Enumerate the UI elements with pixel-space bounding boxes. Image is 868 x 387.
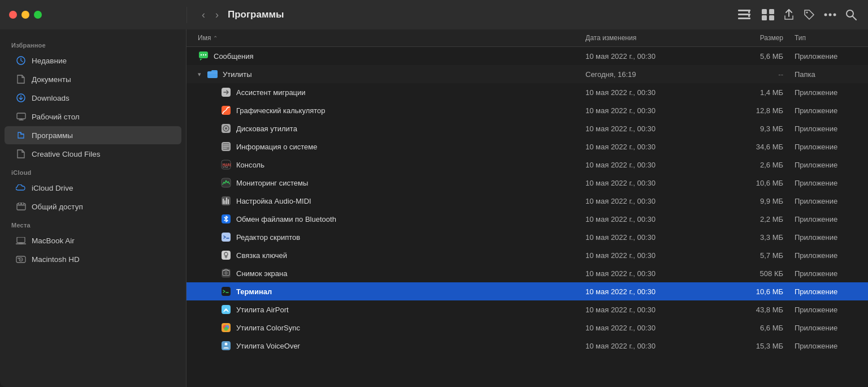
file-name-cell: Утилита ColorSync: [198, 322, 585, 333]
macbook-icon: [16, 235, 26, 246]
size-col-header[interactable]: Размер: [710, 34, 783, 42]
sidebar-item-macbook[interactable]: MacBook Air: [5, 231, 181, 250]
table-row[interactable]: Редактор скриптов 10 мая 2022 г., 00:30 …: [186, 228, 868, 246]
list-view-button[interactable]: [738, 10, 750, 20]
svg-rect-6: [769, 9, 774, 14]
svg-rect-46: [228, 199, 229, 204]
file-date: 10 мая 2022 г., 00:30: [585, 342, 710, 350]
file-icon-scripteditor: [220, 231, 232, 243]
creative-cloud-icon: [16, 149, 26, 159]
sidebar-item-icloud-drive[interactable]: iCloud Drive: [5, 179, 181, 197]
file-name-cell: MARC 9754 Консоль: [198, 159, 585, 170]
sidebar-item-label: Macintosh HD: [32, 255, 80, 264]
file-type: Приложение: [783, 52, 857, 61]
minimize-button[interactable]: [21, 11, 29, 19]
file-icon-screenshot: [220, 268, 232, 279]
search-button[interactable]: [845, 9, 857, 20]
file-size: 9,3 МБ: [710, 124, 783, 133]
file-type: Приложение: [783, 287, 857, 296]
date-col-header[interactable]: Дата изменения: [585, 34, 710, 42]
tag-button[interactable]: [804, 9, 815, 20]
file-icon-migration: [220, 87, 232, 98]
file-type: Приложение: [783, 269, 857, 278]
sort-arrow: ⌃: [213, 35, 218, 41]
svg-point-56: [225, 308, 227, 309]
file-size: 34,6 МБ: [710, 143, 783, 151]
svg-rect-2: [738, 18, 750, 19]
file-name: Ассистент миграции: [236, 88, 306, 97]
favorites-section-title: Избранное: [0, 36, 186, 51]
file-date: 10 мая 2022 г., 00:30: [585, 179, 710, 187]
table-row[interactable]: Обмен файлами по Bluetooth 10 мая 2022 г…: [186, 210, 868, 228]
table-row[interactable]: Мониторинг системы 10 мая 2022 г., 00:30…: [186, 174, 868, 192]
file-type: Приложение: [783, 233, 857, 242]
sidebar-item-recents[interactable]: Недавние: [5, 51, 181, 70]
table-row[interactable]: MARC 9754 Консоль 10 мая 2022 г., 00:30 …: [186, 156, 868, 174]
sidebar-item-creative-cloud[interactable]: Creative Cloud Files: [5, 145, 181, 163]
file-icon-bluetooth: [220, 213, 232, 225]
chevron-down-icon: ▾: [198, 71, 201, 78]
table-row[interactable]: ▾ Утилиты Сегодня, 16:19 -- Папка: [186, 65, 868, 83]
svg-text:9754: 9754: [223, 166, 228, 169]
svg-rect-61: [222, 341, 231, 350]
table-row[interactable]: Утилита VoiceOver 10 мая 2022 г., 00:30 …: [186, 337, 868, 355]
sidebar-item-programs[interactable]: Программы: [5, 126, 181, 144]
maximize-button[interactable]: [34, 11, 42, 19]
file-size: 5,6 МБ: [710, 52, 783, 61]
table-row[interactable]: Утилита ColorSync 10 мая 2022 г., 00:30 …: [186, 319, 868, 337]
forward-button[interactable]: ›: [212, 7, 222, 23]
file-name: Снимок экрана: [236, 269, 288, 278]
sidebar-item-downloads[interactable]: Downloads: [5, 89, 181, 107]
file-size: 2,2 МБ: [710, 215, 783, 223]
file-name: Утилита ColorSync: [236, 324, 300, 332]
type-col-header[interactable]: Тип: [783, 34, 857, 42]
file-name-cell: Связка ключей: [198, 250, 585, 261]
table-row[interactable]: Настройка Audio-MIDI 10 мая 2022 г., 00:…: [186, 192, 868, 210]
file-icon-keychain: [220, 250, 232, 261]
svg-rect-19: [21, 203, 24, 205]
more-button[interactable]: [824, 13, 836, 16]
table-row[interactable]: Дисковая утилита 10 мая 2022 г., 00:30 9…: [186, 119, 868, 137]
file-icon-diskutil: [220, 123, 232, 134]
close-button[interactable]: [9, 11, 17, 19]
file-size: 10,6 МБ: [710, 179, 783, 187]
file-name-cell: Обмен файлами по Bluetooth: [198, 213, 585, 225]
table-row[interactable]: Ассистент миграции 10 мая 2022 г., 00:30…: [186, 83, 868, 101]
table-row[interactable]: Связка ключей 10 мая 2022 г., 00:30 5,7 …: [186, 246, 868, 264]
sidebar-item-desktop[interactable]: Рабочий стол: [5, 108, 181, 126]
file-name-cell: Утилита VoiceOver: [198, 340, 585, 351]
file-date: 10 мая 2022 г., 00:30: [585, 269, 710, 278]
file-date: 10 мая 2022 г., 00:30: [585, 106, 710, 115]
back-button[interactable]: ‹: [198, 7, 209, 23]
table-row[interactable]: Графический калькулятор 10 мая 2022 г., …: [186, 101, 868, 119]
table-row[interactable]: Утилита AirPort 10 мая 2022 г., 00:30 43…: [186, 300, 868, 319]
file-type: Приложение: [783, 197, 857, 205]
sidebar-item-documents[interactable]: Документы: [5, 70, 181, 88]
title-area: ‹ › Программы: [198, 7, 284, 23]
file-name-cell: Утилита AirPort: [198, 304, 585, 315]
table-row[interactable]: Информация о системе 10 мая 2022 г., 00:…: [186, 137, 868, 156]
file-type: Приложение: [783, 306, 857, 314]
file-icon-airport: [220, 304, 232, 315]
window-controls: [0, 11, 186, 19]
grid-view-button[interactable]: [762, 9, 774, 20]
file-size: 508 КБ: [710, 269, 783, 278]
file-name: Графический калькулятор: [236, 106, 326, 115]
name-col-header[interactable]: Имя ⌃: [198, 34, 585, 42]
titlebar: ‹ › Программы: [0, 0, 868, 29]
file-name-cell: Снимок экрана: [198, 268, 585, 279]
table-row-terminal[interactable]: Терминал 10 мая 2022 г., 00:30 10,6 МБ П…: [186, 282, 868, 300]
svg-point-9: [806, 12, 808, 14]
table-row[interactable]: Сообщения 10 мая 2022 г., 00:30 5,6 МБ П…: [186, 47, 868, 65]
sidebar-item-label: Downloads: [32, 94, 70, 102]
sidebar-item-label: Creative Cloud Files: [32, 150, 101, 158]
file-date: 10 мая 2022 г., 00:30: [585, 287, 710, 296]
sidebar-item-shared[interactable]: Общий доступ: [5, 197, 181, 216]
sidebar-item-macintosh[interactable]: Macintosh HD: [5, 250, 181, 268]
share-button[interactable]: [783, 8, 795, 21]
file-date: 10 мая 2022 г., 00:30: [585, 215, 710, 223]
file-type: Приложение: [783, 215, 857, 223]
table-row[interactable]: Снимок экрана 10 мая 2022 г., 00:30 508 …: [186, 264, 868, 282]
file-date: 10 мая 2022 г., 00:30: [585, 52, 710, 61]
sidebar-item-label: Документы: [32, 75, 71, 84]
